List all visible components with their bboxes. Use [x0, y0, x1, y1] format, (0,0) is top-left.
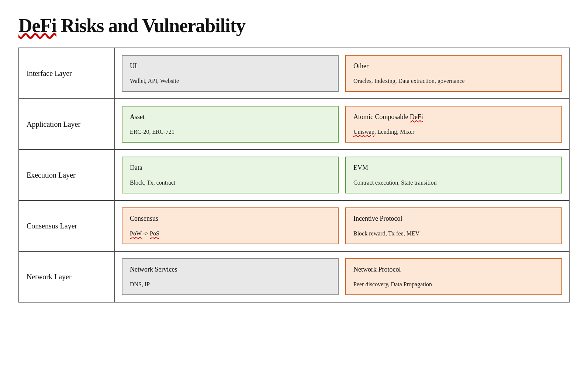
card-title-consensus: Consensus — [130, 215, 331, 223]
card-evm: EVMContract execution, State transition — [345, 157, 562, 193]
card-other: OtherOracles, Indexing, Data extraction,… — [345, 55, 562, 92]
layer-content-interface: UIWallet, API, WebsiteOtherOracles, Inde… — [115, 48, 569, 98]
card-subtitle-evm: Contract execution, State transition — [353, 179, 554, 186]
layer-label-consensus: Consensus Layer — [19, 201, 115, 251]
layer-content-application: AssetERC-20, ERC-721Atomic Composable De… — [115, 99, 569, 149]
card-incentive: Incentive ProtocolBlock reward, Tx fee, … — [345, 207, 562, 244]
card-subtitle-ui: Wallet, API, Website — [130, 78, 331, 84]
card-title-network-protocol: Network Protocol — [353, 266, 554, 273]
layer-content-execution: DataBlock, Tx, contractEVMContract execu… — [115, 150, 569, 200]
layer-row-network: Network LayerNetwork ServicesDNS, IPNetw… — [18, 251, 570, 303]
card-consensus: ConsensusPoW -> PoS — [122, 207, 339, 244]
card-subtitle-atomic: Uniswap, Lending, Mixer — [353, 129, 554, 135]
card-subtitle-consensus: PoW -> PoS — [130, 230, 331, 237]
card-subtitle-asset: ERC-20, ERC-721 — [130, 129, 331, 135]
card-subtitle-incentive: Block reward, Tx fee, MEV — [353, 230, 554, 237]
layer-content-consensus: ConsensusPoW -> PoSIncentive ProtocolBlo… — [115, 201, 569, 251]
card-title-atomic: Atomic Composable DeFi — [353, 113, 554, 121]
card-asset: AssetERC-20, ERC-721 — [122, 106, 339, 143]
layer-label-network: Network Layer — [19, 252, 115, 302]
card-subtitle-network-services: DNS, IP — [130, 281, 331, 288]
card-network-protocol: Network ProtocolPeer discovery, Data Pro… — [345, 258, 562, 295]
layer-row-interface: Interface LayerUIWallet, API, WebsiteOth… — [18, 48, 570, 98]
diagram: Interface LayerUIWallet, API, WebsiteOth… — [18, 48, 570, 303]
card-title-other: Other — [353, 62, 554, 70]
card-subtitle-network-protocol: Peer discovery, Data Propagation — [353, 281, 554, 288]
layer-label-application: Application Layer — [19, 99, 115, 149]
card-title-network-services: Network Services — [130, 266, 331, 273]
card-title-asset: Asset — [130, 113, 331, 121]
card-ui: UIWallet, API, Website — [122, 55, 339, 92]
card-title-evm: EVM — [353, 164, 554, 172]
card-network-services: Network ServicesDNS, IP — [122, 258, 339, 295]
card-subtitle-other: Oracles, Indexing, Data extraction, gove… — [353, 78, 554, 84]
layer-label-execution: Execution Layer — [19, 150, 115, 200]
layer-row-consensus: Consensus LayerConsensusPoW -> PoSIncent… — [18, 200, 570, 251]
card-title-incentive: Incentive Protocol — [353, 215, 554, 223]
title-defi: DeFi — [18, 15, 56, 36]
title-rest: Risks and Vulnerability — [56, 15, 245, 36]
layer-label-interface: Interface Layer — [19, 48, 115, 98]
card-atomic: Atomic Composable DeFiUniswap, Lending, … — [345, 106, 562, 143]
card-title-data: Data — [130, 164, 331, 172]
layer-row-application: Application LayerAssetERC-20, ERC-721Ato… — [18, 98, 570, 149]
layer-content-network: Network ServicesDNS, IPNetwork ProtocolP… — [115, 252, 569, 302]
card-title-ui: UI — [130, 62, 331, 70]
card-data: DataBlock, Tx, contract — [122, 157, 339, 193]
page-title: DeFi Risks and Vulnerability — [18, 15, 570, 36]
card-subtitle-data: Block, Tx, contract — [130, 179, 331, 186]
layer-row-execution: Execution LayerDataBlock, Tx, contractEV… — [18, 149, 570, 200]
